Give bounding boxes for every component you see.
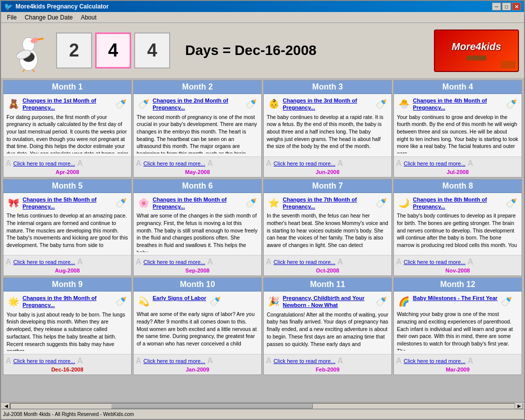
- baby-icon-right-11: 🍼: [374, 294, 388, 308]
- baby-icon-left-1: 🧸: [7, 97, 21, 111]
- close-button[interactable]: ✕: [512, 2, 521, 10]
- month-text-4: Your baby continues to grow and develop …: [397, 114, 518, 154]
- month-card-11: Month 11 🎉 Pregnancy, Childbirth and You…: [263, 278, 392, 375]
- read-more-link-9[interactable]: Click here to read more...: [14, 358, 76, 364]
- month-card-12: Month 12 🌈 Baby Milestones - The First Y…: [393, 278, 522, 375]
- month-card-10: Month 10 💫 Early Signs of Labor 🍼 What a…: [133, 278, 262, 375]
- month-text-7: In the seventh month, the fetus can hear…: [267, 212, 388, 252]
- month-card-6: Month 6 🌸 Changes in the 6th Month of Pr…: [133, 179, 262, 276]
- alpha-left-10: A: [136, 356, 142, 366]
- month-header-2: Month 2: [134, 80, 261, 94]
- title-bar: 🐦 More4kids Pregnancy Calculator ─ □ ✕: [1, 1, 524, 12]
- scroll-left-btn[interactable]: ◀: [2, 403, 10, 409]
- read-more-link-8[interactable]: Click here to read more...: [404, 259, 466, 265]
- read-more-link-10[interactable]: Click here to read more...: [144, 358, 206, 364]
- month-card-4: Month 4 🐣 Changes in the 4th Month of Pr…: [393, 80, 522, 178]
- days-display: Days = Dec-16-2008: [185, 42, 316, 58]
- month-link-2[interactable]: Changes in the 2nd Month of Pregnancy...: [153, 97, 242, 112]
- menu-bar: File Change Due Date About: [1, 12, 524, 23]
- alpha-left-4: A: [396, 159, 402, 168]
- month-link-8[interactable]: Changes in the 8th Month of Pregnancy...: [413, 196, 502, 210]
- month-body-7: ⭐ Changes in the 7th Month of Pregnancy.…: [264, 193, 391, 256]
- month-title-row-5: 🎀 Changes in the 5th Month of Pregnancy.…: [7, 196, 128, 210]
- read-more-link-11[interactable]: Click here to read more...: [274, 358, 336, 364]
- month-header-10: Month 10: [134, 278, 261, 292]
- month-link-9[interactable]: Changes in the 9th Month of Pregnancy...: [23, 294, 112, 309]
- more4kids-banner[interactable]: More4kids: [434, 30, 519, 72]
- month-header-4: Month 4: [394, 80, 521, 94]
- maximize-button[interactable]: □: [502, 2, 511, 10]
- minimize-button[interactable]: ─: [492, 2, 501, 10]
- month-link-5[interactable]: Changes in the 5th Month of Pregnancy...: [23, 196, 112, 210]
- month-text-8: The baby's body continues to develop as …: [397, 212, 518, 252]
- scrollbar-thumb[interactable]: [111, 404, 313, 408]
- header-area: 2 4 4 Days = Dec-16-2008 More4kids: [1, 23, 524, 78]
- baby-icon-left-12: 🌈: [397, 294, 411, 308]
- alpha-left-12: A: [396, 356, 402, 366]
- number-box-1[interactable]: 2: [56, 32, 92, 68]
- month-card-7: Month 7 ⭐ Changes in the 7th Month of Pr…: [263, 179, 392, 276]
- month-title-row-12: 🌈 Baby Milestones - The First Year 🍼: [397, 294, 518, 308]
- month-body-2: 🍼 Changes in the 2nd Month of Pregnancy.…: [134, 94, 261, 156]
- svg-line-5: [33, 70, 35, 72]
- month-body-3: 👶 Changes in the 3rd Month of Pregnancy.…: [264, 94, 391, 156]
- read-more-link-12[interactable]: Click here to read more...: [404, 358, 466, 364]
- menu-about[interactable]: About: [77, 13, 100, 22]
- number-box-3[interactable]: 4: [134, 32, 170, 68]
- month-date-4: Jul-2008: [446, 169, 468, 175]
- read-more-link-5[interactable]: Click here to read more...: [14, 259, 76, 265]
- month-link-7[interactable]: Changes in the 7th Month of Pregnancy...: [283, 196, 372, 210]
- svg-line-4: [23, 70, 25, 72]
- number-boxes: 2 4 4: [56, 32, 170, 68]
- alpha-left-5: A: [6, 258, 12, 266]
- menu-file[interactable]: File: [3, 13, 21, 22]
- baby-icon-left-10: 💫: [137, 294, 151, 308]
- baby-icon-left-2: 🍼: [137, 97, 151, 111]
- baby-icon-left-6: 🌸: [137, 196, 151, 210]
- number-box-2[interactable]: 4: [95, 32, 131, 68]
- alpha-right-6: A: [207, 258, 213, 266]
- month-link-3[interactable]: Changes in the 3rd Month of Pregnancy...: [283, 97, 372, 112]
- month-link-6[interactable]: Changes in the 6th Month of Pregnancy...: [153, 196, 242, 210]
- read-more-link-1[interactable]: Click here to read more...: [14, 160, 76, 166]
- scroll-right-btn[interactable]: ▶: [515, 403, 523, 409]
- read-more-link-6[interactable]: Click here to read more...: [144, 259, 206, 265]
- month-date-6: Sep-2008: [185, 268, 209, 274]
- baby-icon-left-4: 🐣: [397, 97, 411, 111]
- month-body-1: 🧸 Changes in the 1st Month of Pregnancy.…: [4, 94, 131, 156]
- month-link-12[interactable]: Baby Milestones - The First Year: [413, 294, 497, 302]
- baby-icon-right-1: 🍼: [114, 97, 128, 111]
- month-card-3: Month 3 👶 Changes in the 3rd Month of Pr…: [263, 80, 392, 178]
- alpha-left-8: A: [396, 258, 402, 266]
- month-link-11[interactable]: Pregnancy, Childbirth and Your Newborn -…: [283, 294, 372, 309]
- month-link-1[interactable]: Changes in the 1st Month of Pregnancy...: [23, 97, 112, 112]
- scrollbar-area[interactable]: ◀ ▶: [1, 402, 524, 409]
- month-link-10[interactable]: Early Signs of Labor: [153, 294, 206, 302]
- month-card-1: Month 1 🧸 Changes in the 1st Month of Pr…: [3, 80, 132, 178]
- month-link-4[interactable]: Changes in the 4th Month of Pregnancy...: [413, 97, 502, 112]
- read-more-link-3[interactable]: Click here to read more...: [274, 160, 336, 166]
- month-text-5: The fetus continues to develop at an ama…: [7, 212, 128, 252]
- baby-icon-left-8: 🌙: [397, 196, 411, 210]
- main-content[interactable]: Month 1 🧸 Changes in the 1st Month of Pr…: [1, 78, 524, 402]
- month-date-2: May-2008: [185, 169, 210, 175]
- month-body-5: 🎀 Changes in the 5th Month of Pregnancy.…: [4, 193, 131, 256]
- month-card-2: Month 2 🍼 Changes in the 2nd Month of Pr…: [133, 80, 262, 178]
- read-more-link-7[interactable]: Click here to read more...: [274, 259, 336, 265]
- month-title-row-10: 💫 Early Signs of Labor 🍼: [137, 294, 258, 308]
- baby-icon-left-3: 👶: [267, 97, 281, 111]
- month-date-9: Dec-16-2008: [51, 366, 83, 372]
- month-body-4: 🐣 Changes in the 4th Month of Pregnancy.…: [394, 94, 521, 156]
- read-more-link-2[interactable]: Click here to read more...: [144, 160, 206, 166]
- read-more-link-4[interactable]: Click here to read more...: [404, 160, 466, 166]
- horizontal-scrollbar[interactable]: [10, 403, 515, 409]
- month-date-12: Mar-2009: [446, 366, 470, 372]
- month-text-3: The baby continues to develop at a rapid…: [267, 114, 388, 154]
- month-title-row-1: 🧸 Changes in the 1st Month of Pregnancy.…: [7, 97, 128, 112]
- baby-icon-right-4: 🍼: [504, 97, 518, 111]
- baby-icon-right-6: 🍼: [244, 196, 258, 210]
- menu-change-due-date[interactable]: Change Due Date: [21, 13, 77, 22]
- alpha-right-1: A: [77, 159, 83, 168]
- alpha-right-8: A: [467, 258, 473, 266]
- month-title-row-6: 🌸 Changes in the 6th Month of Pregnancy.…: [137, 196, 258, 210]
